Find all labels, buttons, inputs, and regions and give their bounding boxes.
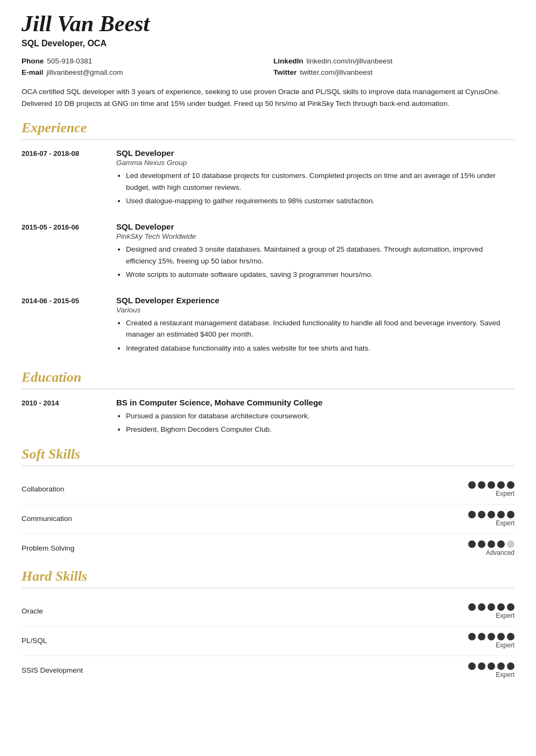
filled-dot bbox=[507, 662, 514, 670]
name: Jill Van Beest bbox=[22, 11, 514, 37]
filled-dot bbox=[488, 511, 495, 518]
filled-dot bbox=[478, 603, 485, 611]
list-item: Used dialogue-mapping to gather requirem… bbox=[126, 195, 514, 207]
skill-dots-container: Expert bbox=[468, 633, 514, 649]
skill-row: PL/SQLExpert bbox=[22, 626, 514, 656]
filled-dot bbox=[478, 633, 485, 640]
filled-dot bbox=[478, 662, 485, 670]
skill-level: Expert bbox=[496, 490, 514, 497]
skill-dots-container: Expert bbox=[468, 662, 514, 679]
experience-item-2: 2015-05 - 2016-06 SQL Developer PinkSky … bbox=[22, 222, 514, 283]
skill-row: OracleExpert bbox=[22, 597, 514, 626]
exp-role-3: SQL Developer Experience bbox=[116, 296, 514, 305]
list-item: Pursued a passion for database architect… bbox=[126, 410, 514, 422]
linkedin-label: LinkedIn bbox=[273, 57, 304, 65]
skill-dots-container: Advanced bbox=[468, 540, 514, 557]
exp-role-1: SQL Developer bbox=[116, 148, 514, 158]
filled-dot bbox=[488, 633, 495, 640]
experience-title: Experience bbox=[22, 120, 514, 136]
edu-date-1: 2010 - 2014 bbox=[22, 398, 108, 438]
soft-skills-list: CollaborationExpertCommunicationExpertPr… bbox=[22, 475, 514, 563]
filled-dot bbox=[497, 633, 505, 640]
exp-content-1: SQL Developer Gamma Nexus Group Led deve… bbox=[116, 148, 514, 209]
exp-content-2: SQL Developer PinkSky Tech Worldwide Des… bbox=[116, 222, 514, 283]
list-item: Created a restaurant management database… bbox=[126, 317, 514, 340]
exp-date-1: 2016-07 - 2018-08 bbox=[22, 148, 108, 209]
skill-name: PL/SQL bbox=[22, 637, 108, 645]
hard-skills-title: Hard Skills bbox=[22, 568, 514, 584]
exp-role-2: SQL Developer bbox=[116, 222, 514, 231]
skill-dots bbox=[468, 511, 514, 518]
skill-dots-container: Expert bbox=[468, 511, 514, 527]
job-title: SQL Developer, OCA bbox=[22, 39, 514, 48]
skill-dots bbox=[468, 540, 514, 548]
skill-name: Communication bbox=[22, 515, 108, 523]
skill-dots-container: Expert bbox=[468, 603, 514, 619]
experience-item-1: 2016-07 - 2018-08 SQL Developer Gamma Ne… bbox=[22, 148, 514, 209]
education-item-1: 2010 - 2014 BS in Computer Science, Moha… bbox=[22, 398, 514, 438]
hard-skills-list: OracleExpertPL/SQLExpertSSIS Development… bbox=[22, 597, 514, 685]
hard-skills-divider bbox=[22, 588, 514, 588]
exp-date-3: 2014-06 - 2015-05 bbox=[22, 296, 108, 356]
filled-dot bbox=[497, 511, 505, 518]
phone-label: Phone bbox=[22, 57, 44, 65]
skill-name: SSIS Development bbox=[22, 666, 108, 674]
exp-company-2: PinkSky Tech Worldwide bbox=[116, 232, 514, 240]
education-title: Education bbox=[22, 369, 514, 386]
email-label: E-mail bbox=[22, 68, 44, 76]
skill-level: Expert bbox=[496, 671, 514, 679]
skill-level: Advanced bbox=[486, 549, 514, 557]
filled-dot bbox=[468, 481, 476, 489]
filled-dot bbox=[507, 633, 514, 640]
soft-skills-section: Soft Skills CollaborationExpertCommunica… bbox=[22, 446, 514, 563]
filled-dot bbox=[468, 603, 476, 611]
summary: OCA certified SQL developer with 3 years… bbox=[22, 86, 514, 109]
filled-dot bbox=[478, 540, 485, 548]
edu-degree-1: BS in Computer Science, Mohave Community… bbox=[116, 398, 514, 407]
skill-level: Expert bbox=[496, 612, 514, 619]
filled-dot bbox=[507, 603, 514, 611]
skill-row: SSIS DevelopmentExpert bbox=[22, 656, 514, 685]
hard-skills-section: Hard Skills OracleExpertPL/SQLExpertSSIS… bbox=[22, 568, 514, 685]
filled-dot bbox=[478, 511, 485, 518]
skill-row: CollaborationExpert bbox=[22, 475, 514, 504]
skill-dots bbox=[468, 633, 514, 640]
exp-company-3: Various bbox=[116, 306, 514, 314]
filled-dot bbox=[488, 603, 495, 611]
filled-dot bbox=[468, 540, 476, 548]
list-item: Led development of 10 database projects … bbox=[126, 170, 514, 193]
filled-dot bbox=[488, 481, 495, 489]
list-item: Wrote scripts to automate software updat… bbox=[126, 269, 514, 281]
filled-dot bbox=[497, 603, 505, 611]
skill-name: Oracle bbox=[22, 607, 108, 615]
exp-bullets-1: Led development of 10 database projects … bbox=[116, 170, 514, 207]
soft-skills-title: Soft Skills bbox=[22, 446, 514, 462]
filled-dot bbox=[497, 662, 505, 670]
contact-twitter: Twitter twitter.com/jillvanbeest bbox=[273, 68, 514, 76]
filled-dot bbox=[468, 662, 476, 670]
skill-dots bbox=[468, 662, 514, 670]
experience-divider bbox=[22, 139, 514, 140]
twitter-label: Twitter bbox=[273, 68, 297, 76]
skill-dots-container: Expert bbox=[468, 481, 514, 497]
twitter-value: twitter.com/jillvanbeest bbox=[300, 68, 372, 76]
skill-level: Expert bbox=[496, 641, 514, 649]
edu-bullets-1: Pursued a passion for database architect… bbox=[116, 410, 514, 436]
education-section: Education 2010 - 2014 BS in Computer Sci… bbox=[22, 369, 514, 438]
exp-bullets-3: Created a restaurant management database… bbox=[116, 317, 514, 354]
exp-company-1: Gamma Nexus Group bbox=[116, 159, 514, 167]
contact-linkedin: LinkedIn linkedin.com/in/jillvanbeest bbox=[273, 57, 514, 65]
contact-grid: Phone 505-918-0381 LinkedIn linkedin.com… bbox=[22, 57, 514, 76]
experience-section: Experience 2016-07 - 2018-08 SQL Develop… bbox=[22, 120, 514, 356]
edu-content-1: BS in Computer Science, Mohave Community… bbox=[116, 398, 514, 438]
experience-item-3: 2014-06 - 2015-05 SQL Developer Experien… bbox=[22, 296, 514, 356]
filled-dot bbox=[468, 511, 476, 518]
soft-skills-divider bbox=[22, 466, 514, 466]
filled-dot bbox=[497, 481, 505, 489]
phone-value: 505-918-0381 bbox=[47, 57, 92, 65]
list-item: Designed and created 3 onsite databases.… bbox=[126, 244, 514, 267]
skill-name: Problem Solving bbox=[22, 544, 108, 552]
education-divider bbox=[22, 389, 514, 389]
filled-dot bbox=[507, 511, 514, 518]
filled-dot bbox=[478, 481, 485, 489]
